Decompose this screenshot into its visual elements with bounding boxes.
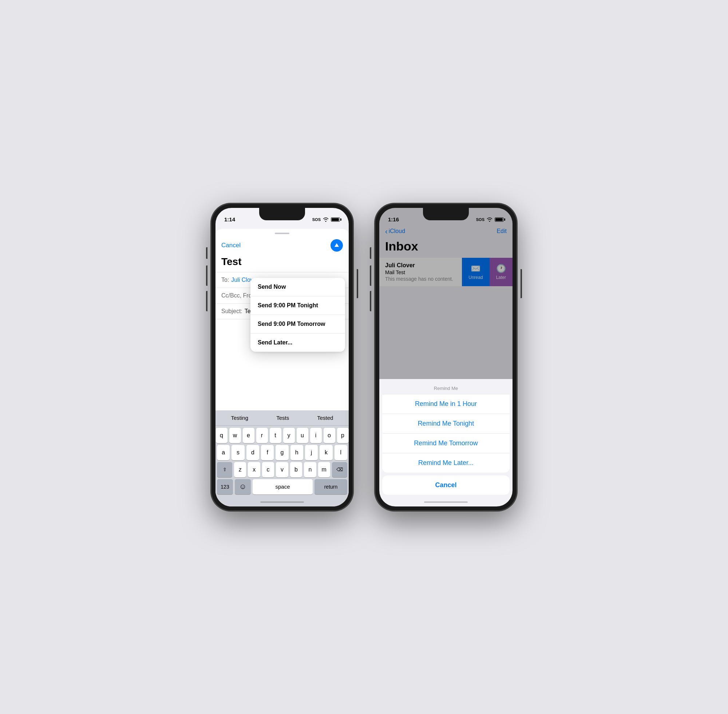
notch [259, 208, 305, 220]
status-time-2: 1:16 [388, 216, 399, 222]
key-a[interactable]: a [217, 445, 230, 460]
key-delete[interactable]: ⌫ [332, 462, 347, 477]
key-c[interactable]: c [262, 462, 274, 477]
compose-header: Cancel [216, 236, 349, 256]
send-button[interactable] [331, 239, 343, 252]
send-dropdown: Send Now Send 9:00 PM Tonight Send 9:00 … [250, 278, 345, 352]
action-sheet-overlay: Remind Me Remind Me in 1 Hour Remind Me … [379, 378, 512, 507]
phone1-screen: 1:14 SOS Cancel [216, 208, 349, 507]
home-bar-1 [260, 501, 304, 503]
key-t[interactable]: t [270, 428, 282, 443]
key-x[interactable]: x [248, 462, 260, 477]
mute-button [206, 247, 207, 259]
key-d[interactable]: d [246, 445, 259, 460]
status-icons-1: SOS [312, 218, 340, 222]
autocomplete-item-3[interactable]: Tested [313, 413, 337, 422]
home-indicator-1 [216, 498, 349, 507]
key-b[interactable]: b [290, 462, 302, 477]
autocomplete-bar: Testing Tests Tested [216, 410, 349, 426]
sheet-handle [275, 232, 289, 234]
key-z[interactable]: z [234, 462, 246, 477]
phone2-screen: 1:16 SOS ‹ iCloud Edit Inbox [379, 208, 512, 507]
power-button-2 [521, 269, 522, 298]
to-label: To: [221, 277, 229, 283]
phone-2: 1:16 SOS ‹ iCloud Edit Inbox [375, 204, 517, 511]
key-w[interactable]: w [229, 428, 241, 443]
mute-button-2 [370, 247, 371, 259]
key-u[interactable]: u [297, 428, 308, 443]
key-h[interactable]: h [291, 445, 303, 460]
send-later-option[interactable]: Send Later... [250, 333, 345, 352]
cancel-button[interactable]: Cancel [221, 242, 241, 249]
remind-later[interactable]: Remind Me Later... [382, 453, 509, 472]
key-space[interactable]: space [253, 479, 313, 495]
key-o[interactable]: o [324, 428, 335, 443]
key-row-4: 123 ☺ space return [217, 479, 347, 495]
wifi-icon-2 [487, 218, 493, 222]
key-return[interactable]: return [315, 479, 347, 495]
key-m[interactable]: m [318, 462, 330, 477]
action-sheet-cancel[interactable]: Cancel [382, 476, 509, 495]
send-now-option[interactable]: Send Now [250, 278, 345, 296]
key-emoji[interactable]: ☺ [235, 479, 251, 495]
autocomplete-item-2[interactable]: Tests [272, 413, 294, 422]
key-i[interactable]: i [310, 428, 322, 443]
send-arrow-icon [334, 243, 339, 247]
power-button [357, 269, 358, 298]
key-e[interactable]: e [243, 428, 255, 443]
send-tomorrow-option[interactable]: Send 9:00 PM Tomorrow [250, 315, 345, 333]
key-v[interactable]: v [276, 462, 288, 477]
key-s[interactable]: s [232, 445, 244, 460]
battery-icon-1 [331, 218, 340, 222]
remind-1-hour[interactable]: Remind Me in 1 Hour [382, 394, 509, 414]
key-row-2: a s d f g h j k l [217, 445, 347, 460]
subject-label: Subject: [221, 308, 243, 315]
key-numbers[interactable]: 123 [217, 479, 233, 495]
keyboard-rows: q w e r t y u i o p a s d f g h [216, 426, 349, 498]
key-l[interactable]: l [334, 445, 347, 460]
key-p[interactable]: p [337, 428, 349, 443]
key-r[interactable]: r [256, 428, 268, 443]
action-sheet: Remind Me Remind Me in 1 Hour Remind Me … [382, 381, 509, 472]
status-time-1: 1:14 [224, 216, 235, 222]
send-tonight-option[interactable]: Send 9:00 PM Tonight [250, 296, 345, 315]
home-indicator-2 [382, 498, 509, 507]
volume-up-button [206, 266, 207, 286]
wifi-icon-1 [323, 218, 329, 222]
key-shift[interactable]: ⇧ [217, 462, 232, 477]
remind-tonight[interactable]: Remind Me Tonight [382, 414, 509, 433]
key-k[interactable]: k [320, 445, 333, 460]
volume-up-button-2 [370, 266, 371, 286]
key-row-1: q w e r t y u i o p [217, 428, 347, 443]
key-row-3: ⇧ z x c v b n m ⌫ [217, 462, 347, 477]
home-bar-2 [424, 501, 468, 503]
compose-title: Test Send Now Send 9:00 PM Tonight Send … [216, 256, 349, 272]
dimmed-overlay [379, 208, 512, 379]
key-f[interactable]: f [261, 445, 274, 460]
remind-tomorrow[interactable]: Remind Me Tomorrow [382, 433, 509, 453]
key-y[interactable]: y [283, 428, 295, 443]
sos-label-2: SOS [476, 218, 484, 222]
key-j[interactable]: j [305, 445, 318, 460]
keyboard: Testing Tests Tested q w e r t y u i o p [216, 410, 349, 507]
volume-down-button [206, 291, 207, 311]
action-sheet-title: Remind Me [382, 381, 509, 394]
notch-2 [423, 208, 469, 220]
sos-label-1: SOS [312, 218, 321, 222]
status-icons-2: SOS [476, 218, 504, 222]
key-q[interactable]: q [216, 428, 228, 443]
key-n[interactable]: n [304, 462, 316, 477]
key-g[interactable]: g [276, 445, 288, 460]
battery-icon-2 [495, 218, 504, 222]
volume-down-button-2 [370, 291, 371, 311]
autocomplete-item-1[interactable]: Testing [227, 413, 253, 422]
phone-1: 1:14 SOS Cancel [211, 204, 353, 511]
